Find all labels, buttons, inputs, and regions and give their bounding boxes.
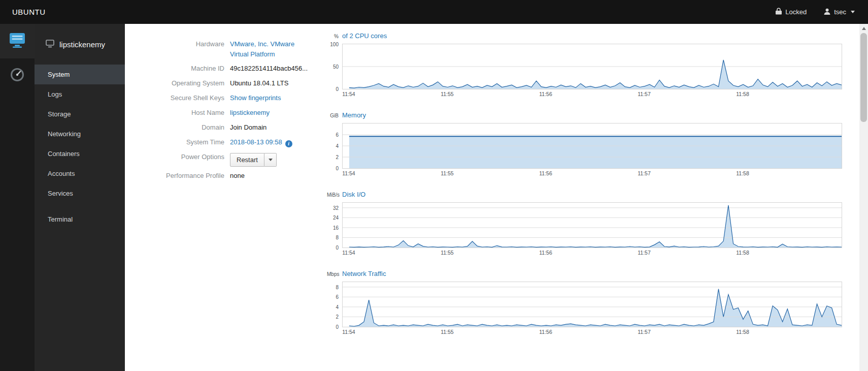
system-info-panel: HardwareVMware, Inc. VMwareVirtual Platf… (147, 39, 330, 186)
chart-disk-i-o: MiB/sDisk I/O0816243211:5411:5511:5611:5… (327, 191, 845, 257)
sidebar-nav-primary: SystemLogsStorageNetworkingContainersAcc… (35, 65, 125, 203)
x-tick-label: 11:58 (736, 91, 749, 97)
lock-icon (776, 8, 782, 16)
chart-plot (342, 202, 842, 248)
x-tick-label: 11:58 (736, 329, 749, 335)
sidebar-item-containers[interactable]: Containers (35, 144, 125, 164)
x-axis-labels: 11:5411:5511:5611:5711:58 (342, 327, 842, 336)
x-tick-label: 11:56 (539, 91, 552, 97)
info-row-system-time: System Time2018-08-13 09:58i (147, 137, 330, 148)
y-axis-labels: 02468 (327, 282, 342, 327)
info-icon[interactable]: i (285, 140, 292, 147)
y-tick-label: 50 (333, 64, 339, 70)
locked-indicator[interactable]: Locked (776, 8, 807, 16)
chart-body: 050100 (327, 44, 845, 89)
y-tick-label: 16 (333, 225, 339, 231)
chart-title-link[interactable]: Network Traffic (342, 270, 386, 277)
scroll-up-arrow-icon[interactable] (859, 24, 868, 33)
sidebar-item-services[interactable]: Services (35, 183, 125, 203)
x-tick-label: 11:58 (736, 170, 749, 176)
power-options-split-button: Restart (230, 153, 277, 167)
system-time-link[interactable]: 2018-08-13 09:58 (230, 138, 282, 146)
secure-shell-keys-link[interactable]: Show fingerprints (230, 94, 281, 102)
rail-item-server[interactable] (0, 24, 35, 58)
info-row-hardware: HardwareVMware, Inc. VMwareVirtual Platf… (147, 39, 330, 59)
chart-header: MiB/sDisk I/O (327, 191, 845, 202)
x-tick-label: 11:54 (342, 170, 355, 176)
sidebar-item-terminal[interactable]: Terminal (35, 209, 125, 229)
x-axis-labels: 11:5411:5511:5611:5711:58 (342, 89, 842, 98)
host-rail (0, 24, 35, 371)
sidebar-nav-secondary: Terminal (35, 209, 125, 229)
info-value: Ubuntu 18.04.1 LTS (230, 78, 288, 88)
info-value: lipstickenemy (230, 108, 270, 118)
y-tick-label: 0 (336, 86, 339, 92)
info-row-domain: DomainJoin Domain (147, 122, 330, 133)
chart-plot (342, 123, 842, 169)
chart-body: 02468 (327, 282, 845, 327)
info-value: Show fingerprints (230, 93, 281, 103)
chart-of-2-cpu-cores: %of 2 CPU cores05010011:5411:5511:5611:5… (327, 32, 845, 98)
main-content: HardwareVMware, Inc. VMwareVirtual Platf… (125, 24, 859, 371)
server-icon (46, 40, 54, 49)
info-row-machine-id: Machine ID49c1822514114bacb456... (147, 64, 330, 74)
chart-title-link[interactable]: of 2 CPU cores (342, 32, 387, 40)
y-tick-label: 8 (336, 235, 339, 240)
host-label[interactable]: lipstickenemy (35, 24, 125, 65)
chart-unit-label: % (327, 34, 342, 39)
info-label: Power Options (147, 152, 224, 162)
y-tick-label: 4 (336, 304, 339, 310)
scrollbar[interactable] (859, 24, 868, 371)
restart-button[interactable]: Restart (230, 153, 264, 167)
x-tick-label: 11:56 (539, 250, 552, 256)
sidebar: lipstickenemy SystemLogsStorageNetworkin… (35, 24, 125, 371)
info-value: VMware, Inc. VMwareVirtual Platform (230, 39, 294, 59)
info-label: Host Name (147, 108, 224, 118)
user-menu[interactable]: tsec (824, 8, 855, 16)
user-icon (824, 8, 830, 16)
scrollbar-thumb[interactable] (860, 33, 867, 122)
chart-plot (342, 282, 842, 327)
y-tick-label: 0 (336, 245, 339, 251)
sidebar-item-storage[interactable]: Storage (35, 104, 125, 124)
chart-title-link[interactable]: Disk I/O (342, 191, 365, 198)
info-label: Performance Profile (147, 171, 224, 181)
chart-unit-label: MiB/s (327, 192, 342, 198)
sidebar-item-logs[interactable]: Logs (35, 84, 125, 104)
y-tick-label: 32 (333, 205, 339, 211)
y-tick-label: 2 (336, 154, 339, 160)
power-options-dropdown-button[interactable] (264, 153, 277, 167)
topbar: UBUNTU Locked tsec (0, 0, 868, 24)
chart-body: 0246 (327, 123, 845, 169)
info-label: System Time (147, 137, 224, 147)
chart-plot (342, 44, 842, 89)
y-tick-label: 6 (336, 294, 339, 300)
chart-memory: GiBMemory024611:5411:5511:5611:5711:58 (327, 111, 845, 177)
x-tick-label: 11:56 (539, 170, 552, 176)
info-row-operating-system: Operating SystemUbuntu 18.04.1 LTS (147, 78, 330, 89)
hardware-link[interactable]: VMware, Inc. VMwareVirtual Platform (230, 40, 294, 58)
info-value: none (230, 171, 245, 181)
sidebar-item-system[interactable]: System (35, 65, 125, 84)
chart-title-link[interactable]: Memory (342, 111, 366, 119)
info-label: Domain (147, 122, 224, 133)
host-name-link[interactable]: lipstickenemy (230, 109, 270, 116)
info-row-power-options: Power OptionsRestart (147, 152, 330, 167)
y-axis-labels: 050100 (327, 44, 342, 89)
chart-unit-label: GiB (327, 113, 342, 118)
chart-body: 08162432 (327, 202, 845, 248)
info-value: Join Domain (230, 122, 266, 133)
y-tick-label: 24 (333, 215, 339, 221)
chart-unit-label: Mbps (327, 271, 342, 277)
info-label: Hardware (147, 39, 224, 49)
rail-item-dashboard[interactable] (0, 58, 35, 93)
host-name: lipstickenemy (59, 40, 105, 49)
x-tick-label: 11:55 (441, 170, 454, 176)
x-tick-label: 11:57 (638, 250, 651, 256)
brand: UBUNTU (12, 8, 46, 16)
sidebar-item-accounts[interactable]: Accounts (35, 164, 125, 183)
user-name: tsec (834, 8, 846, 16)
info-row-secure-shell-keys: Secure Shell KeysShow fingerprints (147, 93, 330, 104)
sidebar-item-networking[interactable]: Networking (35, 124, 125, 144)
x-tick-label: 11:54 (342, 329, 355, 335)
